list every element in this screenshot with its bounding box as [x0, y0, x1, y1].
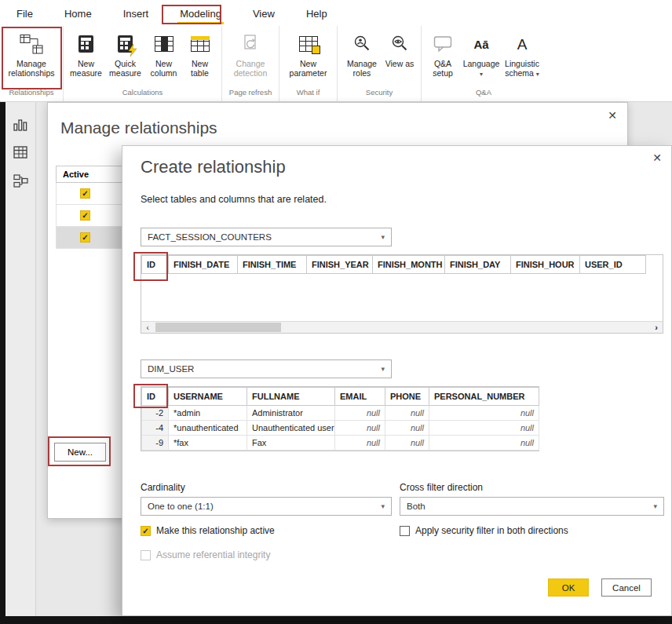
manage-relationships-icon [20, 33, 43, 55]
change-detection-icon [243, 33, 257, 55]
qa-setup-icon [433, 33, 453, 55]
view-sidebar [5, 102, 36, 616]
menu-home[interactable]: Home [62, 2, 94, 24]
table1-col-id[interactable]: ID [142, 256, 169, 274]
new-table-button[interactable]: New table [182, 31, 218, 81]
table2-col-id[interactable]: ID [142, 388, 169, 406]
ribbon-group-page-refresh: Change detection Page refresh [222, 26, 279, 101]
scroll-right-icon[interactable]: › [650, 322, 663, 333]
scrollbar-thumb[interactable] [155, 323, 281, 332]
new-column-button[interactable]: New column [146, 31, 182, 81]
table1-col-finish-day[interactable]: FINISH_DAY [445, 256, 511, 274]
make-active-checkbox-row[interactable]: ✓ Make this relationship active [141, 525, 275, 536]
table2-col-username[interactable]: USERNAME [169, 388, 247, 406]
close-icon[interactable]: ✕ [608, 109, 617, 122]
table2-col-fullname[interactable]: FULLNAME [247, 388, 335, 406]
menu-insert[interactable]: Insert [121, 2, 152, 24]
cell: -2 [142, 406, 169, 421]
linguistic-schema-button[interactable]: A Linguistic schema ▾ [501, 31, 543, 81]
table1-select[interactable]: FACT_SESSION_COUNTERS ▾ [141, 228, 392, 246]
data-view-button[interactable] [5, 138, 35, 166]
table-row[interactable]: -9 *fax Fax null null null [142, 436, 539, 451]
language-button[interactable]: Aā Language ▾ [462, 31, 501, 81]
chevron-down-icon: ▾ [381, 365, 385, 373]
new-relationship-button[interactable]: New... [54, 443, 106, 462]
active-checkbox[interactable]: ✓ [80, 232, 90, 243]
new-parameter-button[interactable]: New parameter [285, 31, 332, 81]
active-checkbox[interactable]: ✓ [80, 188, 90, 199]
table2-select[interactable]: DIM_USER ▾ [141, 359, 392, 378]
button-label: New measure [69, 59, 104, 78]
table1-empty-body [142, 274, 646, 319]
manage-relationships-button[interactable]: Manage relationships [1, 31, 62, 81]
cross-filter-value: Both [407, 502, 425, 511]
security-filter-label: Apply security filter in both directions [415, 525, 568, 536]
manage-roles-icon [353, 33, 371, 55]
quick-measure-icon [118, 33, 133, 55]
ribbon-group-calculations: New measure Quick measure New column New… [64, 26, 222, 101]
new-measure-button[interactable]: New measure [68, 31, 105, 81]
table1-col-finish-month[interactable]: FINISH_MONTH [373, 256, 445, 274]
new-table-icon [191, 33, 210, 55]
scrollbar-track[interactable] [154, 322, 650, 333]
close-icon[interactable]: ✕ [652, 151, 662, 164]
cell: null [429, 436, 539, 451]
table-row[interactable]: -4 *unauthenticated Unauthenticated user… [142, 421, 539, 436]
cardinality-select[interactable]: One to one (1:1) ▾ [141, 497, 392, 516]
cell: null [385, 421, 429, 436]
make-active-checkbox[interactable]: ✓ [141, 526, 151, 536]
table1-select-value: FACT_SESSION_COUNTERS [148, 232, 272, 242]
new-measure-icon [79, 33, 93, 55]
language-icon: Aā [473, 33, 488, 55]
menu-file[interactable]: File [14, 2, 35, 24]
table2-col-personal-number[interactable]: PERSONAL_NUMBER [429, 388, 539, 406]
menu-view[interactable]: View [250, 2, 277, 24]
cell: *unauthenticated [169, 421, 247, 436]
cell: null [429, 406, 539, 421]
button-label-text: Linguistic schema [505, 59, 539, 78]
button-label: Manage relationships [2, 59, 60, 78]
button-label: Change detection [228, 59, 273, 78]
security-filter-checkbox-row[interactable]: Apply security filter in both directions [400, 525, 568, 536]
new-column-icon [155, 33, 173, 55]
table2-col-phone[interactable]: PHONE [385, 388, 429, 406]
table1-col-finish-date[interactable]: FINISH_DATE [169, 256, 238, 274]
model-view-button[interactable] [5, 166, 35, 195]
active-checkbox[interactable]: ✓ [80, 210, 90, 221]
cancel-button[interactable]: Cancel [601, 578, 652, 597]
button-label: Linguistic schema ▾ [502, 59, 542, 78]
table1-col-finish-hour[interactable]: FINISH_HOUR [511, 256, 580, 274]
manage-roles-button[interactable]: Manage roles [341, 31, 382, 81]
quick-measure-button[interactable]: Quick measure [105, 31, 146, 81]
ok-button[interactable]: OK [548, 578, 589, 597]
table2-col-email[interactable]: EMAIL [335, 388, 385, 406]
cardinality-label: Cardinality [141, 482, 185, 493]
table1-col-finish-time[interactable]: FINISH_TIME [238, 256, 307, 274]
cell: null [335, 436, 385, 451]
cell: null [385, 436, 429, 451]
report-view-button[interactable] [5, 110, 35, 138]
make-active-label: Make this relationship active [156, 525, 275, 536]
security-filter-checkbox[interactable] [400, 526, 410, 536]
app-window: File Home Insert Modeling View Help [0, 0, 672, 624]
table1-scrollbar[interactable]: ‹ › [141, 321, 663, 333]
cell: null [385, 406, 429, 421]
menu-modeling[interactable]: Modeling [177, 2, 224, 24]
table2-select-value: DIM_USER [148, 364, 194, 374]
table-row[interactable]: -2 *admin Administrator null null null [142, 406, 539, 421]
group-label-security: Security [338, 88, 421, 101]
referential-integrity-checkbox [141, 550, 151, 560]
table2-preview: ID USERNAME FULLNAME EMAIL PHONE PERSONA… [141, 386, 539, 451]
group-label-calculations: Calculations [64, 88, 221, 101]
qa-setup-button[interactable]: Q&A setup [424, 31, 462, 81]
scroll-left-icon[interactable]: ‹ [141, 322, 154, 333]
table1-col-user-id[interactable]: USER_ID [580, 256, 646, 274]
table1-preview: ID FINISH_DATE FINISH_TIME FINISH_YEAR F… [141, 254, 663, 334]
button-label-text: Language [463, 59, 500, 68]
button-label: Quick measure [107, 59, 144, 78]
menu-help[interactable]: Help [304, 2, 330, 24]
status-bar [0, 616, 672, 624]
table1-col-finish-year[interactable]: FINISH_YEAR [307, 256, 373, 274]
cross-filter-select[interactable]: Both ▾ [400, 497, 664, 516]
view-as-button[interactable]: View as [382, 31, 417, 71]
